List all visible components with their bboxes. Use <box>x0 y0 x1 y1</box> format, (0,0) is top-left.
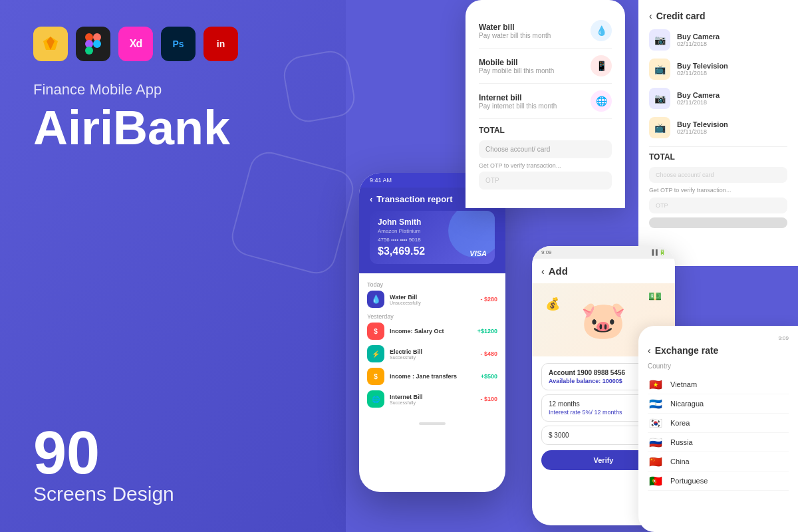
internet-bill-item: Internet bill Pay internet bill this mon… <box>479 84 612 119</box>
country-portuguese[interactable]: 🇵🇹 Portuguese <box>648 471 789 491</box>
mobile-bill-item: Mobile bill Pay mobile bill this month 📱 <box>479 49 612 84</box>
cc-item-2: 📺 Buy Television 02/11/2018 <box>649 59 787 80</box>
mobile-bill-title: Mobile bill <box>479 58 583 67</box>
mobile-bill-icon: 📱 <box>591 55 612 76</box>
cc-title-1: Buy Camera <box>677 33 787 41</box>
tx-icon-water: 💧 <box>367 291 384 308</box>
country-korea[interactable]: 🇰🇷 Korea <box>648 414 789 433</box>
cc-info-1: Buy Camera 02/11/2018 <box>677 33 787 47</box>
invision-icon[interactable]: in <box>203 27 238 61</box>
internet-bill-info: Internet bill Pay internet bill this mon… <box>479 93 583 110</box>
water-bill-title: Water bill <box>479 23 583 32</box>
decorative-rect-2 <box>281 48 358 125</box>
cc-info-4: Buy Television 02/11/2018 <box>677 120 787 135</box>
card-bank-name: Amazon Platinium <box>378 228 487 234</box>
country-vietnam[interactable]: 🇻🇳 Vietnam <box>648 375 789 394</box>
ex-back-arrow[interactable]: ‹ <box>648 345 651 356</box>
phone-home-indicator <box>419 422 446 425</box>
yesterday-label: Yesterday <box>367 313 497 320</box>
water-bill-info: Water bill Pay water bill this month <box>479 23 583 39</box>
savings-signal: ▐▐ 🔋 <box>650 249 666 255</box>
cc-date-4: 02/11/2018 <box>677 128 787 135</box>
country-name-china: China <box>670 458 690 466</box>
savings-header: ‹ Add <box>532 259 675 283</box>
cc-otp-input[interactable]: OTP <box>649 198 787 213</box>
sketch-icon[interactable] <box>33 27 68 61</box>
cc-submit-btn[interactable] <box>649 217 787 228</box>
cc-title-4: Buy Television <box>677 120 787 128</box>
tx-info-jane: Income : Jane transfers <box>390 373 475 380</box>
cc-camera-icon-2: 📷 <box>649 88 670 109</box>
card-number: 4756 •••• •••• 9018 <box>378 237 487 243</box>
visa-label: VISA <box>469 249 487 257</box>
photoshop-icon[interactable]: Ps <box>161 27 196 61</box>
otp-input[interactable]: OTP <box>479 172 612 190</box>
mobile-bill-sub: Pay mobile bill this month <box>479 67 583 74</box>
tx-info-water: Water Bill Unsuccessfully <box>390 294 475 305</box>
figma-icon[interactable] <box>76 27 110 61</box>
tx-name-salary: Income: Salary Oct <box>390 328 472 334</box>
country-russia[interactable]: 🇷🇺 Russia <box>648 433 789 452</box>
screens-count: 90 <box>33 423 313 483</box>
time-label: 9:41 AM <box>370 177 392 184</box>
adobe-xd-icon[interactable]: Xd <box>118 27 153 61</box>
country-china[interactable]: 🇨🇳 China <box>648 452 789 471</box>
tx-amount-water: - $280 <box>480 296 497 303</box>
water-bill-sub: Pay water bill this month <box>479 32 583 39</box>
internet-bill-title: Internet bill <box>479 93 583 102</box>
credit-panel-header: ‹ Credit card <box>649 11 787 21</box>
cc-tv-icon-1: 📺 <box>649 59 670 80</box>
tx-amount-jane: +$500 <box>481 373 497 380</box>
flag-portuguese: 🇵🇹 <box>648 475 664 486</box>
tx-amount-internet: - $100 <box>480 396 497 402</box>
bill-total-label: TOTAL <box>479 126 505 135</box>
credit-back-arrow[interactable]: ‹ <box>649 11 652 21</box>
tx-name-water: Water Bill <box>390 294 475 301</box>
cc-tv-icon-2: 📺 <box>649 117 670 138</box>
credit-panel-title: Credit card <box>656 11 706 21</box>
country-name-korea: Korea <box>670 419 690 427</box>
credit-total-section: TOTAL Choose account/ card Get OTP to ve… <box>649 146 787 228</box>
credit-card-mini: John Smith Amazon Platinium 4756 •••• ••… <box>370 211 495 264</box>
savings-time: 9:09 <box>541 249 552 255</box>
internet-bill-sub: Pay internet bill this month <box>479 102 583 110</box>
app-subtitle: Finance Mobile App <box>33 81 313 98</box>
tx-info-internet: Internet Bill Successfully <box>390 394 475 405</box>
tx-icon-electric: ⚡ <box>367 345 384 362</box>
back-arrow[interactable]: ‹ <box>370 194 372 204</box>
cc-account-select[interactable]: Choose account/ card <box>649 167 787 183</box>
ex-country-label: Country <box>648 362 789 370</box>
account-select-input[interactable]: Choose account/ card <box>479 140 612 158</box>
tx-icon-salary: $ <box>367 323 384 340</box>
credit-total-label: TOTAL <box>649 152 787 162</box>
tx-icon-internet: 🌐 <box>367 390 384 408</box>
svg-rect-5 <box>85 47 93 55</box>
cc-item-4: 📺 Buy Television 02/11/2018 <box>649 117 787 138</box>
flag-russia: 🇷🇺 <box>648 437 664 448</box>
country-name-russia: Russia <box>670 438 693 446</box>
left-panel: Xd Ps in Finance Mobile App AiriBank 90 … <box>0 0 346 532</box>
flag-china: 🇨🇳 <box>648 456 664 467</box>
money-emoji-1: 💰 <box>545 297 560 311</box>
cc-date-2: 02/11/2018 <box>677 70 787 76</box>
tx-name-jane: Income : Jane transfers <box>390 373 475 380</box>
today-label: Today <box>367 281 497 288</box>
cc-item-1: 📷 Buy Camera 02/11/2018 <box>649 29 787 51</box>
tx-electric: ⚡ Electric Bill Successfully - $480 <box>367 345 497 362</box>
bill-total-row: TOTAL <box>479 126 612 135</box>
bill-payment-panel: Water bill Pay water bill this month 💧 M… <box>466 0 625 208</box>
ex-header: ‹ Exchange rate <box>648 345 789 356</box>
savings-screen-title: Add <box>549 265 568 277</box>
cc-item-3: 📷 Buy Camera 02/11/2018 <box>649 88 787 109</box>
savings-back-arrow[interactable]: ‹ <box>541 266 545 277</box>
country-name-portuguese: Portuguese <box>670 477 708 485</box>
water-bill-item: Water bill Pay water bill this month 💧 <box>479 13 612 49</box>
flag-korea: 🇰🇷 <box>648 418 664 428</box>
cc-info-2: Buy Television 02/11/2018 <box>677 62 787 76</box>
country-nicaragua[interactable]: 🇳🇮 Nicaragua <box>648 394 789 414</box>
otp-verify-text: Get OTP to verify transaction... <box>479 162 612 169</box>
tx-name-internet: Internet Bill <box>390 394 475 400</box>
mobile-bill-info: Mobile bill Pay mobile bill this month <box>479 58 583 74</box>
tx-jane: $ Income : Jane transfers +$500 <box>367 368 497 385</box>
transaction-phone: 9:41 AM ▐▐ ▐ 🔋 ‹ Transaction report John… <box>359 173 505 492</box>
